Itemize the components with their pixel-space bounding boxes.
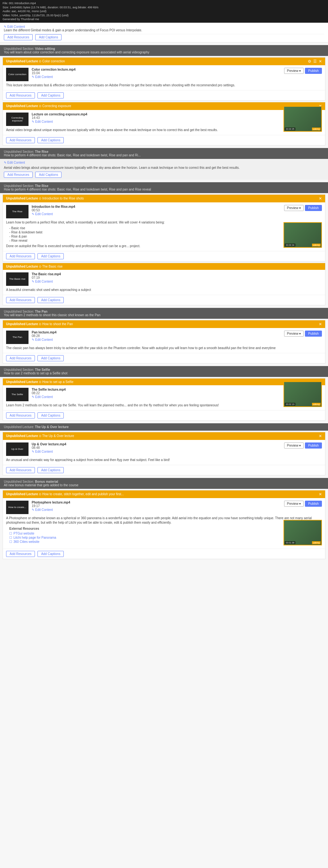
add-resources-button[interactable]: Add Resources — [6, 297, 35, 303]
top-resource-bar: Add Resources Add Captions — [4, 34, 324, 40]
lecture-row: The Selfie The Selfie lecture.mp4 08:22 … — [6, 388, 322, 401]
video-timer: 00:00:35 — [285, 128, 295, 130]
edit-content-link[interactable]: ✎ Edit Content — [32, 395, 53, 399]
lecture-block-l9: Unpublished Lecture ⊙ How to create, sti… — [3, 490, 325, 559]
lecture-header-l6: Unpublished Lecture ⊙ How to shoot the P… — [3, 320, 325, 328]
section-label: Unpublished Section: The Rise — [4, 150, 324, 153]
lecture-title: How to shoot the Pan — [42, 322, 73, 326]
close-icon-btn[interactable] — [319, 434, 322, 438]
link-icon: ☐ — [9, 532, 12, 535]
add-captions-button[interactable]: Add Captions — [37, 412, 64, 418]
add-captions-button-top[interactable]: Add Captions — [35, 34, 61, 40]
add-resources-button[interactable]: Add Resources — [6, 355, 35, 361]
section-title: Video editing — [35, 47, 55, 51]
add-captions-button[interactable]: Add Captions — [37, 92, 64, 98]
add-resources-button-top[interactable]: Add Resources — [4, 34, 33, 40]
link-text: 360 Cities website — [13, 540, 39, 544]
add-resources-button[interactable]: Add Resources — [4, 172, 33, 178]
publish-button[interactable]: Publish — [305, 331, 322, 337]
lecture-info: Up & Over lecture.mp4 08:48 ✎ Edit Conte… — [32, 442, 281, 453]
section-s6: Unpublished Section: Bonus material All … — [0, 478, 328, 559]
lecture-row: Correcting exposure Lecture on correctin… — [6, 113, 322, 126]
add-resources-button[interactable]: Add Resources — [6, 551, 35, 557]
preview-button[interactable]: Preview ▾ — [284, 205, 304, 211]
publish-button[interactable]: Publish — [305, 442, 322, 448]
bullet-item: Rise & lookdown twist — [9, 230, 322, 234]
lecture-info: The Basic rise.mp4 07:19 ✎ Edit Content — [32, 272, 322, 283]
lecture-header-label: Unpublished Lecture ⊙ How to set up a Se… — [6, 380, 73, 384]
section-label: Unpublished Section: Bonus material — [4, 480, 324, 484]
preview-button[interactable]: Preview ▾ — [284, 68, 304, 74]
section-s5: Unpublished Section: The Selfie How to u… — [0, 366, 328, 421]
add-captions-button[interactable]: Add Captions — [37, 297, 64, 303]
add-resources-button[interactable]: Add Resources — [6, 253, 35, 259]
ext-link-item[interactable]: ☐ PTGui website — [9, 532, 319, 535]
lecture-info: Photosphere lecture.mp4 19:17 ✎ Edit Con… — [32, 501, 281, 512]
section-subtitle: All new bonus material that gets added t… — [4, 484, 324, 487]
preview-button[interactable]: Preview ▾ — [284, 331, 304, 337]
add-captions-button[interactable]: Add Captions — [37, 355, 64, 361]
preview-button[interactable]: Preview ▾ — [284, 442, 304, 448]
add-captions-button[interactable]: Add Captions — [37, 253, 64, 259]
add-resources-button[interactable]: Add Resources — [6, 137, 35, 143]
lecture-row: How to create... Photosphere lecture.mp4… — [6, 501, 322, 514]
section-s1: Unpublished Section: Video editing You w… — [0, 45, 328, 146]
lecture-body-l8: Up & Over Up & Over lecture.mp4 08:48 ✎ … — [3, 440, 325, 465]
edit-content-link[interactable]: ✎ Edit Content — [32, 508, 53, 512]
resource-bar-l9: Add Resources Add Captions — [3, 549, 325, 559]
add-captions-button[interactable]: Add Captions — [35, 172, 61, 178]
add-resources-button[interactable]: Add Resources — [6, 92, 35, 98]
close-icon-btn[interactable] — [319, 196, 322, 201]
close-icon-btn[interactable] — [319, 322, 322, 327]
lecture-header-l7: Unpublished Lecture ⊙ How to set up a Se… — [3, 378, 325, 385]
section-header-s5b: Unpublished Lecture: The Up & Over lectu… — [0, 423, 328, 431]
edit-content-link[interactable]: ✎ Edit Content — [32, 212, 53, 216]
video-badge: udemy — [312, 128, 321, 130]
close-icon-btn[interactable] — [319, 492, 322, 496]
ext-link-item[interactable]: ☐ 360 Cities website — [9, 540, 319, 544]
list-icon-btn[interactable] — [313, 59, 317, 64]
section-title: The Pan — [35, 310, 47, 313]
lecture-thumbnail: Correcting exposure — [6, 113, 28, 126]
video-badge: udemy — [312, 541, 321, 544]
ext-link-item[interactable]: ☐ Litchi help page for Panorama — [9, 536, 319, 539]
resource-bar-l2: Add Resources Add Captions — [3, 135, 325, 145]
publish-button[interactable]: Publish — [305, 68, 322, 74]
edit-content-link[interactable]: ✎ Edit Content — [32, 338, 53, 341]
publish-button[interactable]: Publish — [305, 205, 322, 211]
preview-button[interactable]: Preview ▾ — [284, 501, 304, 507]
edit-content-link[interactable]: ✎ Edit Content — [4, 161, 25, 164]
resource-bar-l6: Add Resources Add Captions — [3, 353, 325, 363]
lecture-header-l2: Unpublished Lecture ⊙ Correcting exposur… — [3, 102, 325, 110]
lecture-bullets: Basic riseRise & lookdown twistRise & pa… — [9, 226, 322, 243]
lecture-info: The Selfie lecture.mp4 08:22 ✎ Edit Cont… — [32, 388, 322, 399]
resource-bar-l5: Add Resources Add Captions — [3, 295, 325, 305]
lecture-filename: Pan lecture.mp4 — [32, 331, 281, 334]
lecture-block-l5: Unpublished Lecture ⊙ The Basic rise The… — [3, 263, 325, 305]
lecture-actions: Preview ▾ Publish — [284, 68, 322, 74]
gear-icon-btn[interactable] — [308, 59, 311, 64]
edit-content-link[interactable]: ✎ Edit Content — [32, 280, 53, 283]
link-icon: ☐ — [9, 540, 12, 544]
lecture-header-icons — [308, 59, 322, 64]
lecture-title: Color correction — [42, 59, 65, 63]
edit-content-link-top[interactable]: ✎ Edit Content — [4, 25, 25, 28]
close-icon-btn[interactable] — [319, 59, 322, 64]
lecture-header-l4: Unpublished Lecture ⊙ Introduction to th… — [3, 195, 325, 203]
lecture-duration: 00:53 — [32, 209, 281, 212]
publish-button[interactable]: Publish — [305, 501, 322, 507]
add-resources-button[interactable]: Add Resources — [6, 467, 35, 473]
add-resources-button[interactable]: Add Resources — [6, 412, 35, 418]
section-s4: Unpublished Section: The Pan You will le… — [0, 308, 328, 364]
lecture-duration: 08:22 — [32, 391, 322, 395]
edit-content-link[interactable]: ✎ Edit Content — [32, 450, 53, 453]
edit-content-link[interactable]: ✎ Edit Content — [32, 75, 53, 79]
preview-video: 00:01:08 udemy — [283, 520, 322, 546]
lecture-info: Lecture on correcting exposure.mp4 14:43… — [32, 113, 281, 123]
add-captions-button[interactable]: Add Captions — [37, 551, 64, 557]
add-captions-button[interactable]: Add Captions — [37, 137, 64, 143]
add-captions-button[interactable]: Add Captions — [37, 467, 64, 473]
section-s2: Unpublished Section: The Rise How to per… — [0, 148, 328, 180]
edit-content-link[interactable]: ✎ Edit Content — [32, 120, 53, 123]
video-timer: 00:02:19 — [285, 403, 295, 406]
